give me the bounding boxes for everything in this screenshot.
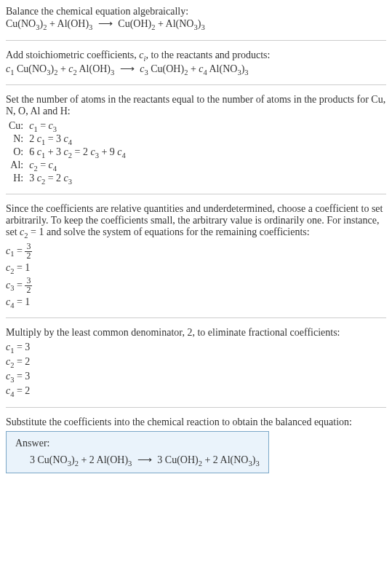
table-row: Cu: c1 = c3 [6, 120, 129, 133]
underdetermined-section: Since the coefficients are relative quan… [6, 203, 386, 309]
final-text: Substitute the coefficients into the che… [6, 417, 386, 428]
lcd-text: Multiply by the least common denominator… [6, 327, 386, 339]
intro-section: Balance the chemical equation algebraica… [6, 6, 386, 31]
divider [6, 40, 386, 41]
fraction: 32 [25, 242, 32, 261]
underdet-text: Since the coefficients are relative quan… [6, 203, 386, 240]
lcd-section: Multiply by the least common denominator… [6, 327, 386, 398]
balanced-equation: 3 Cu(NO3)2 + 2 Al(OH)3 ⟶ 3 Cu(OH)2 + 2 A… [30, 454, 260, 467]
stoich-intro: Add stoichiometric coefficients, ci, to … [6, 50, 386, 63]
atoms-section: Set the number of atoms in the reactants… [6, 94, 386, 185]
divider [6, 317, 386, 318]
table-row: H: 3 c2 = 2 c3 [6, 173, 129, 186]
atoms-intro: Set the number of atoms in the reactants… [6, 94, 386, 117]
fraction: 32 [25, 277, 32, 295]
answer-label: Answer: [15, 438, 260, 449]
table-row: O: 6 c1 + 3 c2 = 2 c3 + 9 c4 [6, 146, 129, 159]
atoms-table: Cu: c1 = c3 N: 2 c1 = 3 c4 O: 6 c1 + 3 c… [6, 120, 129, 185]
answer-box: Answer: 3 Cu(NO3)2 + 2 Al(OH)3 ⟶ 3 Cu(OH… [6, 431, 269, 474]
coef-list-frac: c1 = 32 c2 = 1 c3 = 32 c4 = 1 [6, 242, 386, 309]
final-section: Substitute the coefficients into the che… [6, 417, 386, 474]
arrow-icon: ⟶ [137, 454, 152, 465]
stoich-section: Add stoichiometric coefficients, ci, to … [6, 50, 386, 76]
divider [6, 407, 386, 408]
intro-line1: Balance the chemical equation algebraica… [6, 6, 386, 17]
divider [6, 194, 386, 194]
coef-list-int: c1 = 3 c2 = 2 c3 = 3 c4 = 2 [6, 342, 386, 398]
intro-equation: Cu(NO3)2 + Al(OH)3 ⟶ Cu(OH)2 + Al(NO3)3 [6, 17, 386, 31]
stoich-equation: c1 Cu(NO3)2 + c2 Al(OH)3 ⟶ c3 Cu(OH)2 + … [6, 63, 386, 76]
table-row: Al: c2 = c4 [6, 159, 129, 173]
table-row: N: 2 c1 = 3 c4 [6, 133, 129, 146]
arrow-icon: ⟶ [98, 18, 113, 29]
arrow-icon: ⟶ [120, 63, 135, 74]
divider [6, 84, 386, 85]
